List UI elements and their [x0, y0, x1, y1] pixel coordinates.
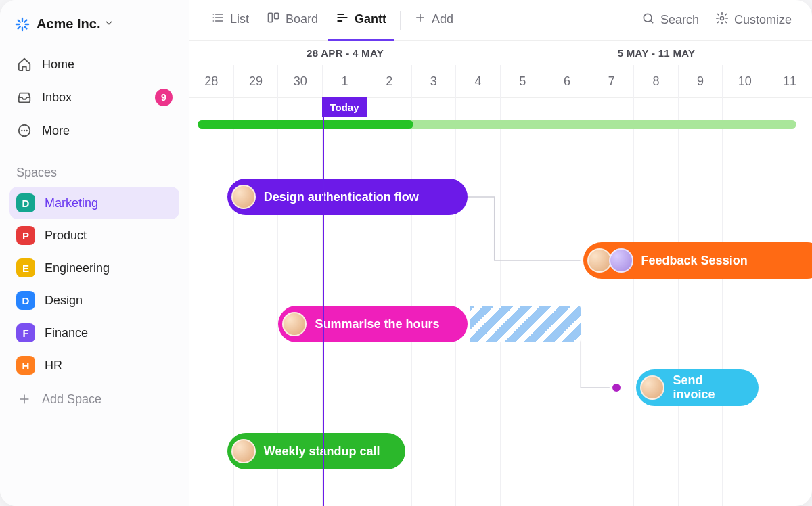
- space-label: Product: [45, 229, 87, 243]
- task-title: Weekly standup call: [264, 444, 380, 459]
- day-cell[interactable]: 3: [412, 65, 457, 97]
- svg-rect-13: [275, 13, 279, 18]
- sidebar: Acme Inc. Home Inbox 9: [0, 0, 189, 506]
- space-icon: H: [16, 356, 35, 375]
- customize-button[interactable]: Customize: [708, 6, 798, 34]
- avatar: [231, 439, 256, 463]
- day-cell[interactable]: 9: [679, 65, 723, 97]
- day-cell[interactable]: 30: [278, 65, 323, 97]
- plus-icon: [16, 391, 32, 407]
- workspace-switcher[interactable]: Acme Inc.: [9, 14, 179, 44]
- inbox-icon: [16, 89, 32, 106]
- space-label: HR: [45, 359, 62, 373]
- svg-point-10: [24, 130, 25, 131]
- svg-point-11: [26, 130, 27, 131]
- search-button[interactable]: Search: [635, 6, 706, 34]
- gantt-icon: [336, 11, 349, 28]
- tab-gantt-label: Gantt: [355, 12, 386, 26]
- nav-home[interactable]: Home: [9, 48, 179, 80]
- day-cell[interactable]: 11: [767, 65, 812, 97]
- day-cell[interactable]: 7: [589, 65, 634, 97]
- nav-primary: Home Inbox 9 More: [9, 48, 179, 147]
- avatar: [587, 248, 612, 273]
- week-label: 5 MAY - 11 MAY: [501, 41, 812, 65]
- app-window: Acme Inc. Home Inbox 9: [0, 0, 812, 506]
- space-icon: F: [16, 323, 35, 342]
- view-tabs: List Board Gantt Add: [203, 0, 461, 41]
- sidebar-space-marketing[interactable]: DMarketing: [9, 187, 179, 219]
- day-cell[interactable]: 10: [723, 65, 767, 97]
- list-icon: [211, 11, 225, 28]
- svg-line-6: [18, 26, 20, 28]
- svg-line-4: [18, 20, 20, 22]
- task-title: Send invoice: [673, 373, 748, 402]
- add-space-label: Add Space: [42, 392, 102, 407]
- add-space-button[interactable]: Add Space: [9, 382, 179, 417]
- avatar: [609, 248, 633, 273]
- avatar: [640, 375, 664, 400]
- chevron-down-icon: [104, 18, 114, 30]
- avatar: [231, 185, 256, 209]
- day-cell[interactable]: 8: [634, 65, 679, 97]
- nav-home-label: Home: [42, 58, 74, 72]
- day-cell[interactable]: 28: [189, 65, 234, 97]
- today-label: Today: [322, 97, 367, 117]
- day-cell[interactable]: 1: [323, 65, 367, 97]
- sidebar-space-finance[interactable]: FFinance: [9, 317, 179, 349]
- tab-add-view[interactable]: Add: [406, 0, 461, 41]
- task-bar[interactable]: Design authentication flow: [227, 179, 468, 215]
- day-cell[interactable]: 5: [501, 65, 545, 97]
- day-cell[interactable]: 6: [545, 65, 590, 97]
- task-bar[interactable]: Weekly standup call: [227, 433, 405, 469]
- nav-more[interactable]: More: [9, 114, 179, 147]
- nav-more-label: More: [42, 124, 70, 138]
- task-title: Summarise the hours: [315, 317, 439, 331]
- today-marker: Today: [323, 97, 324, 506]
- space-icon: D: [16, 193, 35, 212]
- tab-add-label: Add: [432, 12, 453, 26]
- inbox-badge: 9: [155, 89, 173, 106]
- space-label: Design: [45, 294, 83, 308]
- timeline-header: 28 APR - 4 MAY5 MAY - 11 MAY 28293012345…: [189, 41, 812, 98]
- tab-list[interactable]: List: [203, 0, 257, 41]
- tab-list-label: List: [230, 12, 249, 26]
- task-bar[interactable]: Send invoice: [636, 369, 759, 406]
- sidebar-space-engineering[interactable]: EEngineering: [9, 252, 179, 284]
- spaces-list: DMarketingPProductEEngineeringDDesignFFi…: [9, 187, 179, 382]
- gear-icon: [715, 12, 729, 28]
- buffer-hatch: [470, 306, 581, 342]
- day-cell[interactable]: 29: [234, 65, 279, 97]
- divider: [400, 11, 401, 30]
- task-title: Feedback Session: [641, 254, 748, 268]
- task-bar[interactable]: Summarise the hours: [278, 306, 467, 342]
- workspace-name: Acme Inc.: [37, 16, 100, 32]
- svg-point-15: [720, 17, 723, 20]
- plus-icon: [414, 12, 426, 27]
- gantt-timeline[interactable]: 28 APR - 4 MAY5 MAY - 11 MAY 28293012345…: [189, 41, 812, 506]
- sidebar-space-product[interactable]: PProduct: [9, 219, 179, 252]
- sidebar-space-hr[interactable]: HHR: [9, 349, 179, 382]
- day-cell[interactable]: 4: [456, 65, 501, 97]
- avatar: [282, 312, 307, 336]
- tab-board[interactable]: Board: [258, 0, 326, 41]
- svg-line-5: [24, 26, 26, 28]
- task-title: Design authentication flow: [264, 190, 419, 204]
- tab-gantt[interactable]: Gantt: [328, 0, 394, 41]
- search-label: Search: [660, 13, 699, 27]
- sidebar-space-design[interactable]: DDesign: [9, 284, 179, 317]
- board-icon: [267, 11, 280, 28]
- space-icon: D: [16, 291, 35, 310]
- more-icon: [16, 122, 32, 139]
- spaces-header: Spaces: [9, 147, 179, 187]
- nav-inbox-label: Inbox: [42, 91, 72, 105]
- svg-rect-12: [269, 13, 273, 22]
- logo-icon: [15, 17, 30, 32]
- space-label: Marketing: [45, 196, 98, 210]
- space-icon: E: [16, 258, 35, 277]
- task-bar[interactable]: Feedback Session: [583, 242, 812, 279]
- customize-label: Customize: [734, 13, 792, 27]
- nav-inbox[interactable]: Inbox 9: [9, 80, 179, 114]
- milestone[interactable]: [612, 384, 621, 392]
- day-cell[interactable]: 2: [367, 65, 412, 97]
- search-icon: [641, 12, 655, 28]
